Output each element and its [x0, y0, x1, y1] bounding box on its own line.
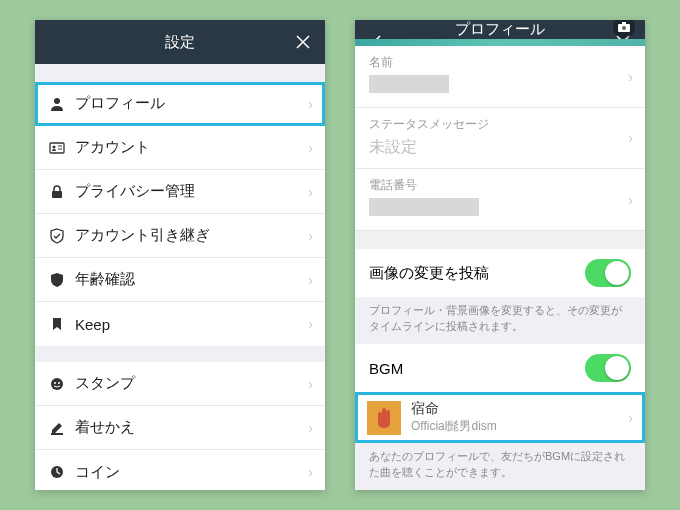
cover-image [355, 39, 645, 46]
svg-rect-5 [52, 191, 62, 198]
song-title: 宿命 [411, 400, 628, 418]
status-label: ステータスメッセージ [369, 116, 631, 133]
bgm-song-row[interactable]: 宿命 Official髭男dism › [355, 392, 645, 443]
svg-point-13 [622, 26, 626, 30]
lock-icon [49, 184, 75, 200]
chevron-right-icon: › [628, 69, 633, 85]
svg-rect-1 [50, 143, 64, 153]
camera-icon [618, 22, 630, 32]
chevron-right-icon: › [308, 140, 313, 156]
clock-icon [49, 464, 75, 480]
settings-row-profile[interactable]: プロフィール› [35, 82, 325, 126]
row-label: アカウント [75, 138, 308, 157]
bgm-caption: あなたのプロフィールで、友だちがBGMに設定された曲を聴くことができます。 [355, 443, 645, 490]
phone-field[interactable]: 電話番号 › [355, 169, 645, 231]
row-label: プロフィール [75, 94, 308, 113]
svg-point-7 [54, 382, 56, 384]
bgm-toggle[interactable] [585, 354, 631, 382]
profile-title: プロフィール [455, 20, 545, 39]
close-icon [295, 34, 311, 50]
phone-value-redacted [369, 198, 479, 216]
phone-label: 電話番号 [369, 177, 631, 194]
post-change-row: 画像の変更を投稿 [355, 249, 645, 297]
svg-point-0 [54, 98, 60, 104]
status-value: 未設定 [369, 137, 631, 158]
row-label: アカウント引き継ぎ [75, 226, 308, 245]
hand-icon [372, 406, 396, 430]
chevron-right-icon: › [308, 376, 313, 392]
song-artist: Official髭男dism [411, 418, 628, 435]
profile-header: プロフィール [355, 20, 645, 39]
post-change-toggle[interactable] [585, 259, 631, 287]
status-field[interactable]: ステータスメッセージ 未設定 › [355, 108, 645, 169]
post-change-label: 画像の変更を投稿 [369, 264, 489, 283]
chevron-right-icon: › [308, 316, 313, 332]
chevron-right-icon: › [308, 464, 313, 480]
chevron-right-icon: › [628, 130, 633, 146]
row-label: スタンプ [75, 374, 308, 393]
svg-rect-9 [51, 433, 63, 435]
person-icon [49, 96, 75, 112]
settings-row-keep[interactable]: Keep› [35, 302, 325, 346]
close-button[interactable] [281, 20, 325, 64]
settings-header: 設定 [35, 20, 325, 64]
row-label: Keep [75, 316, 308, 333]
post-change-caption: プロフィール・背景画像を変更すると、その変更がタイムラインに投稿されます。 [355, 297, 645, 344]
song-artwork [367, 401, 401, 435]
row-label: コイン [75, 463, 308, 482]
chevron-right-icon: › [308, 96, 313, 112]
settings-list[interactable]: プロフィール›アカウント›プライバシー管理›アカウント引き継ぎ›年齢確認›Kee… [35, 64, 325, 490]
svg-rect-12 [622, 22, 626, 25]
shield-icon [49, 228, 75, 244]
svg-point-6 [51, 378, 63, 390]
chevron-right-icon: › [308, 228, 313, 244]
row-label: プライバシー管理 [75, 182, 308, 201]
settings-row-themes[interactable]: 着せかえ› [35, 406, 325, 450]
svg-point-2 [53, 145, 56, 148]
chevron-right-icon: › [628, 410, 633, 426]
settings-row-coin[interactable]: コイン› [35, 450, 325, 490]
settings-row-privacy[interactable]: プライバシー管理› [35, 170, 325, 214]
row-label: 着せかえ [75, 418, 308, 437]
chevron-right-icon: › [628, 192, 633, 208]
badge-icon [49, 272, 75, 288]
settings-row-account[interactable]: アカウント› [35, 126, 325, 170]
bgm-label: BGM [369, 360, 403, 377]
chevron-right-icon: › [308, 420, 313, 436]
song-info: 宿命 Official髭男dism [411, 400, 628, 435]
profile-screen: プロフィール 名前 › ステータスメッセージ 未設定 › 電話番号 › 画像の変… [355, 20, 645, 490]
chevron-right-icon: › [308, 272, 313, 288]
row-label: 年齢確認 [75, 270, 308, 289]
id-icon [49, 140, 75, 156]
settings-row-transfer[interactable]: アカウント引き継ぎ› [35, 214, 325, 258]
brush-icon [49, 420, 75, 436]
svg-point-8 [58, 382, 60, 384]
name-field[interactable]: 名前 › [355, 46, 645, 108]
smile-icon [49, 376, 75, 392]
settings-title: 設定 [165, 33, 195, 52]
settings-row-age[interactable]: 年齢確認› [35, 258, 325, 302]
settings-row-stamps[interactable]: スタンプ› [35, 362, 325, 406]
bookmark-icon [49, 316, 75, 332]
name-value-redacted [369, 75, 449, 93]
chevron-right-icon: › [308, 184, 313, 200]
bgm-row: BGM [355, 344, 645, 392]
settings-screen: 設定 プロフィール›アカウント›プライバシー管理›アカウント引き継ぎ›年齢確認›… [35, 20, 325, 490]
name-label: 名前 [369, 54, 631, 71]
